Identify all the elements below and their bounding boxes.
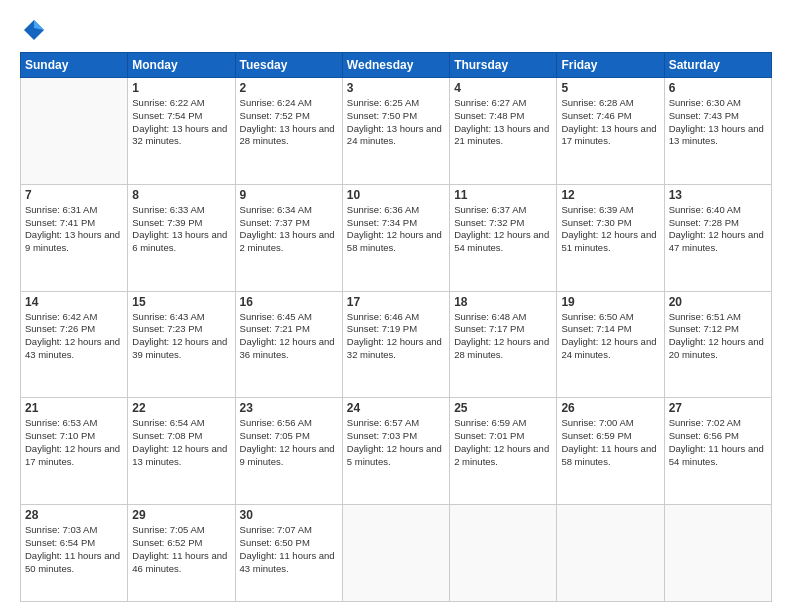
table-row: 30Sunrise: 7:07 AMSunset: 6:50 PMDayligh… <box>235 505 342 602</box>
table-row: 1Sunrise: 6:22 AMSunset: 7:54 PMDaylight… <box>128 78 235 185</box>
table-row: 3Sunrise: 6:25 AMSunset: 7:50 PMDaylight… <box>342 78 449 185</box>
day-number: 26 <box>561 401 659 415</box>
day-number: 19 <box>561 295 659 309</box>
day-info: Sunrise: 6:25 AMSunset: 7:50 PMDaylight:… <box>347 97 445 148</box>
calendar-week-row: 1Sunrise: 6:22 AMSunset: 7:54 PMDaylight… <box>21 78 772 185</box>
day-info: Sunrise: 6:59 AMSunset: 7:01 PMDaylight:… <box>454 417 552 468</box>
day-number: 4 <box>454 81 552 95</box>
calendar-week-row: 21Sunrise: 6:53 AMSunset: 7:10 PMDayligh… <box>21 398 772 505</box>
table-row: 21Sunrise: 6:53 AMSunset: 7:10 PMDayligh… <box>21 398 128 505</box>
table-row: 27Sunrise: 7:02 AMSunset: 6:56 PMDayligh… <box>664 398 771 505</box>
day-info: Sunrise: 6:45 AMSunset: 7:21 PMDaylight:… <box>240 311 338 362</box>
day-number: 2 <box>240 81 338 95</box>
table-row: 14Sunrise: 6:42 AMSunset: 7:26 PMDayligh… <box>21 291 128 398</box>
day-number: 6 <box>669 81 767 95</box>
header <box>20 16 772 44</box>
day-info: Sunrise: 6:56 AMSunset: 7:05 PMDaylight:… <box>240 417 338 468</box>
day-info: Sunrise: 7:05 AMSunset: 6:52 PMDaylight:… <box>132 524 230 575</box>
table-row <box>450 505 557 602</box>
table-row: 5Sunrise: 6:28 AMSunset: 7:46 PMDaylight… <box>557 78 664 185</box>
day-info: Sunrise: 6:36 AMSunset: 7:34 PMDaylight:… <box>347 204 445 255</box>
day-info: Sunrise: 6:51 AMSunset: 7:12 PMDaylight:… <box>669 311 767 362</box>
day-number: 21 <box>25 401 123 415</box>
day-info: Sunrise: 6:34 AMSunset: 7:37 PMDaylight:… <box>240 204 338 255</box>
table-row: 11Sunrise: 6:37 AMSunset: 7:32 PMDayligh… <box>450 184 557 291</box>
day-info: Sunrise: 6:33 AMSunset: 7:39 PMDaylight:… <box>132 204 230 255</box>
day-number: 1 <box>132 81 230 95</box>
day-info: Sunrise: 6:40 AMSunset: 7:28 PMDaylight:… <box>669 204 767 255</box>
calendar-header-thursday: Thursday <box>450 53 557 78</box>
table-row <box>664 505 771 602</box>
day-info: Sunrise: 6:22 AMSunset: 7:54 PMDaylight:… <box>132 97 230 148</box>
day-number: 7 <box>25 188 123 202</box>
logo <box>20 16 52 44</box>
day-number: 25 <box>454 401 552 415</box>
day-info: Sunrise: 6:46 AMSunset: 7:19 PMDaylight:… <box>347 311 445 362</box>
table-row: 7Sunrise: 6:31 AMSunset: 7:41 PMDaylight… <box>21 184 128 291</box>
calendar-week-row: 28Sunrise: 7:03 AMSunset: 6:54 PMDayligh… <box>21 505 772 602</box>
day-number: 16 <box>240 295 338 309</box>
day-number: 30 <box>240 508 338 522</box>
table-row: 16Sunrise: 6:45 AMSunset: 7:21 PMDayligh… <box>235 291 342 398</box>
table-row: 22Sunrise: 6:54 AMSunset: 7:08 PMDayligh… <box>128 398 235 505</box>
day-number: 18 <box>454 295 552 309</box>
day-info: Sunrise: 6:42 AMSunset: 7:26 PMDaylight:… <box>25 311 123 362</box>
table-row: 13Sunrise: 6:40 AMSunset: 7:28 PMDayligh… <box>664 184 771 291</box>
table-row <box>21 78 128 185</box>
table-row: 28Sunrise: 7:03 AMSunset: 6:54 PMDayligh… <box>21 505 128 602</box>
table-row: 29Sunrise: 7:05 AMSunset: 6:52 PMDayligh… <box>128 505 235 602</box>
calendar-header-tuesday: Tuesday <box>235 53 342 78</box>
day-number: 8 <box>132 188 230 202</box>
day-number: 13 <box>669 188 767 202</box>
day-number: 28 <box>25 508 123 522</box>
table-row: 8Sunrise: 6:33 AMSunset: 7:39 PMDaylight… <box>128 184 235 291</box>
day-number: 17 <box>347 295 445 309</box>
day-info: Sunrise: 6:43 AMSunset: 7:23 PMDaylight:… <box>132 311 230 362</box>
day-info: Sunrise: 6:57 AMSunset: 7:03 PMDaylight:… <box>347 417 445 468</box>
table-row: 23Sunrise: 6:56 AMSunset: 7:05 PMDayligh… <box>235 398 342 505</box>
table-row: 19Sunrise: 6:50 AMSunset: 7:14 PMDayligh… <box>557 291 664 398</box>
day-number: 24 <box>347 401 445 415</box>
day-info: Sunrise: 6:28 AMSunset: 7:46 PMDaylight:… <box>561 97 659 148</box>
day-info: Sunrise: 7:02 AMSunset: 6:56 PMDaylight:… <box>669 417 767 468</box>
calendar-header-sunday: Sunday <box>21 53 128 78</box>
calendar-table: SundayMondayTuesdayWednesdayThursdayFrid… <box>20 52 772 602</box>
day-info: Sunrise: 6:27 AMSunset: 7:48 PMDaylight:… <box>454 97 552 148</box>
table-row: 18Sunrise: 6:48 AMSunset: 7:17 PMDayligh… <box>450 291 557 398</box>
day-number: 5 <box>561 81 659 95</box>
table-row: 9Sunrise: 6:34 AMSunset: 7:37 PMDaylight… <box>235 184 342 291</box>
table-row: 17Sunrise: 6:46 AMSunset: 7:19 PMDayligh… <box>342 291 449 398</box>
day-number: 12 <box>561 188 659 202</box>
day-info: Sunrise: 6:37 AMSunset: 7:32 PMDaylight:… <box>454 204 552 255</box>
day-number: 3 <box>347 81 445 95</box>
calendar-header-friday: Friday <box>557 53 664 78</box>
day-info: Sunrise: 6:24 AMSunset: 7:52 PMDaylight:… <box>240 97 338 148</box>
table-row: 15Sunrise: 6:43 AMSunset: 7:23 PMDayligh… <box>128 291 235 398</box>
day-number: 29 <box>132 508 230 522</box>
table-row: 4Sunrise: 6:27 AMSunset: 7:48 PMDaylight… <box>450 78 557 185</box>
day-number: 9 <box>240 188 338 202</box>
day-info: Sunrise: 7:03 AMSunset: 6:54 PMDaylight:… <box>25 524 123 575</box>
day-number: 20 <box>669 295 767 309</box>
day-info: Sunrise: 6:30 AMSunset: 7:43 PMDaylight:… <box>669 97 767 148</box>
day-number: 27 <box>669 401 767 415</box>
calendar-header-saturday: Saturday <box>664 53 771 78</box>
table-row: 25Sunrise: 6:59 AMSunset: 7:01 PMDayligh… <box>450 398 557 505</box>
day-number: 11 <box>454 188 552 202</box>
table-row: 10Sunrise: 6:36 AMSunset: 7:34 PMDayligh… <box>342 184 449 291</box>
calendar-header-wednesday: Wednesday <box>342 53 449 78</box>
day-info: Sunrise: 6:31 AMSunset: 7:41 PMDaylight:… <box>25 204 123 255</box>
page: SundayMondayTuesdayWednesdayThursdayFrid… <box>0 0 792 612</box>
day-info: Sunrise: 6:50 AMSunset: 7:14 PMDaylight:… <box>561 311 659 362</box>
logo-icon <box>20 16 48 44</box>
table-row: 20Sunrise: 6:51 AMSunset: 7:12 PMDayligh… <box>664 291 771 398</box>
day-info: Sunrise: 6:39 AMSunset: 7:30 PMDaylight:… <box>561 204 659 255</box>
day-number: 14 <box>25 295 123 309</box>
table-row: 2Sunrise: 6:24 AMSunset: 7:52 PMDaylight… <box>235 78 342 185</box>
calendar-week-row: 7Sunrise: 6:31 AMSunset: 7:41 PMDaylight… <box>21 184 772 291</box>
table-row: 26Sunrise: 7:00 AMSunset: 6:59 PMDayligh… <box>557 398 664 505</box>
calendar-header-monday: Monday <box>128 53 235 78</box>
day-info: Sunrise: 6:54 AMSunset: 7:08 PMDaylight:… <box>132 417 230 468</box>
day-number: 22 <box>132 401 230 415</box>
day-number: 15 <box>132 295 230 309</box>
